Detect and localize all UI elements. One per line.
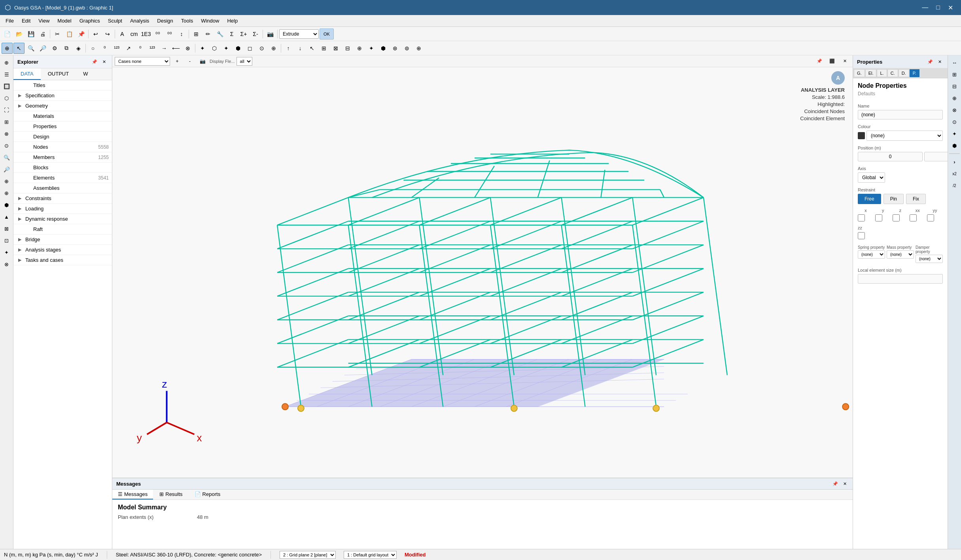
maximize-button[interactable]: □: [933, 3, 943, 12]
tb2-zoom[interactable]: 🔍: [25, 43, 36, 54]
tb2-e5[interactable]: ⊠: [330, 43, 341, 54]
tb2-b2[interactable]: ⧉: [61, 43, 72, 54]
tb-open[interactable]: 📂: [13, 28, 25, 40]
tb2-zoom2[interactable]: 🔎: [37, 43, 48, 54]
prop-pos-x[interactable]: [858, 152, 923, 161]
props-tab-el[interactable]: El.: [865, 69, 877, 77]
tree-assemblies[interactable]: Assemblies: [13, 183, 112, 193]
tree-properties[interactable]: Properties: [13, 121, 112, 132]
explorer-close[interactable]: ✕: [100, 58, 108, 66]
restraint-fix-btn[interactable]: Fix: [906, 194, 926, 204]
li-btn-4[interactable]: ⬡: [1, 93, 12, 104]
tb2-d7[interactable]: ⊕: [268, 43, 279, 54]
li-btn-15[interactable]: ⊠: [1, 223, 12, 234]
tb2-b1[interactable]: ⚙: [49, 43, 60, 54]
li-btn-17[interactable]: ✦: [1, 247, 12, 258]
close-button[interactable]: ✕: [945, 3, 956, 12]
menu-help[interactable]: Help: [223, 16, 242, 25]
ri-btn-8[interactable]: ⬢: [949, 140, 960, 151]
tb2-e6[interactable]: ⊟: [342, 43, 353, 54]
spring-property-select[interactable]: (none): [858, 250, 885, 259]
li-btn-5[interactable]: ⛶: [1, 104, 12, 115]
tb-b1[interactable]: A: [117, 28, 128, 40]
props-pin[interactable]: 📌: [926, 58, 934, 66]
tb2-d3[interactable]: ✦: [221, 43, 232, 54]
dof-xx-checkbox[interactable]: [910, 214, 917, 221]
tb2-e8[interactable]: ✦: [366, 43, 377, 54]
menu-edit[interactable]: Edit: [18, 16, 34, 25]
tb2-select[interactable]: ⊕: [2, 43, 13, 54]
tab-w[interactable]: W: [76, 68, 95, 80]
li-btn-18[interactable]: ⊗: [1, 259, 12, 270]
li-btn-7[interactable]: ⊗: [1, 128, 12, 139]
menu-sculpt[interactable]: Sculpt: [104, 16, 126, 25]
tb2-e11[interactable]: ⊚: [401, 43, 412, 54]
tb2-d6[interactable]: ⊙: [256, 43, 267, 54]
tree-titles[interactable]: Titles: [13, 80, 112, 91]
li-btn-9[interactable]: 🔍: [1, 152, 12, 163]
vp-btn-camera[interactable]: 📷: [197, 56, 208, 67]
tb2-d1[interactable]: ✦: [197, 43, 208, 54]
tb2-c6[interactable]: ¹²³: [147, 43, 158, 54]
tb2-e9[interactable]: ⬢: [378, 43, 389, 54]
tb2-e12[interactable]: ⊕: [413, 43, 424, 54]
msg-tab-results[interactable]: ⊞ Results: [154, 490, 188, 499]
tb2-d2[interactable]: ⬡: [209, 43, 220, 54]
tb2-e3[interactable]: ↖: [306, 43, 318, 54]
tb-b3[interactable]: 1E3: [140, 28, 151, 40]
menu-file[interactable]: File: [2, 16, 18, 25]
tb-cut[interactable]: ✂: [52, 28, 63, 40]
tree-design[interactable]: Design: [13, 132, 112, 142]
ri-btn-5[interactable]: ⊗: [949, 104, 960, 115]
props-close[interactable]: ✕: [936, 58, 944, 66]
tree-specification[interactable]: ▶ Specification: [13, 91, 112, 101]
menu-view[interactable]: View: [34, 16, 53, 25]
ri-btn-arrow-right[interactable]: ›: [949, 156, 960, 167]
minimize-button[interactable]: —: [919, 3, 931, 12]
tree-loading[interactable]: ▶ Loading: [13, 204, 112, 214]
tree-bridge[interactable]: ▶ Bridge: [13, 235, 112, 245]
li-btn-12[interactable]: ⊕: [1, 187, 12, 199]
props-tab-l[interactable]: L.: [877, 69, 887, 77]
tb-b4[interactable]: ⁰⁰: [152, 28, 163, 40]
explorer-pin[interactable]: 📌: [91, 58, 98, 66]
props-tab-p[interactable]: P.: [910, 69, 919, 77]
menu-graphics[interactable]: Graphics: [76, 16, 104, 25]
cases-dropdown[interactable]: Cases none: [115, 57, 170, 66]
tb-b2[interactable]: cm: [129, 28, 140, 40]
menu-analysis[interactable]: Analysis: [126, 16, 153, 25]
dof-z-checkbox[interactable]: [893, 214, 900, 221]
tb-new[interactable]: 📄: [2, 28, 13, 40]
prop-color-swatch[interactable]: [858, 132, 865, 139]
tb-redo[interactable]: ↪: [102, 28, 113, 40]
tb-paste[interactable]: 📌: [76, 28, 87, 40]
tb2-e1[interactable]: ↑: [283, 43, 294, 54]
ri-btn-x2[interactable]: x2: [949, 168, 960, 179]
tree-analysis-stages[interactable]: ▶ Analysis stages: [13, 245, 112, 255]
tb2-b3[interactable]: ◈: [73, 43, 84, 54]
restraint-free-btn[interactable]: Free: [858, 194, 881, 204]
li-btn-2[interactable]: ☰: [1, 69, 12, 80]
tb-undo[interactable]: ↩: [90, 28, 101, 40]
vp-expand[interactable]: ⬛: [827, 56, 838, 67]
li-btn-6[interactable]: ⊞: [1, 116, 12, 127]
props-tab-c[interactable]: C.: [887, 69, 898, 77]
tb-copy[interactable]: 📋: [64, 28, 75, 40]
ri-btn-2[interactable]: ⊞: [949, 69, 960, 80]
li-btn-13[interactable]: ⬢: [1, 199, 12, 210]
tb-sigma2[interactable]: Σ+: [238, 28, 249, 40]
tree-dynamic-response[interactable]: ▶ Dynamic response: [13, 214, 112, 224]
tb2-d5[interactable]: ◻: [244, 43, 255, 54]
tb2-c2[interactable]: ⁰: [99, 43, 110, 54]
tb2-e4[interactable]: ⊞: [318, 43, 329, 54]
tree-nodes[interactable]: Nodes 5558: [13, 142, 112, 152]
msg-tab-messages[interactable]: ☰ Messages: [112, 490, 153, 499]
tb2-c9[interactable]: ⊗: [182, 43, 193, 54]
menu-model[interactable]: Model: [53, 16, 75, 25]
ri-btn-7[interactable]: ✦: [949, 128, 960, 139]
props-tab-d[interactable]: D.: [899, 69, 909, 77]
menu-design[interactable]: Design: [153, 16, 177, 25]
tb-ok[interactable]: OK: [320, 28, 334, 40]
tb-print[interactable]: 🖨: [37, 28, 48, 40]
tb-sigma3[interactable]: Σ-: [250, 28, 261, 40]
